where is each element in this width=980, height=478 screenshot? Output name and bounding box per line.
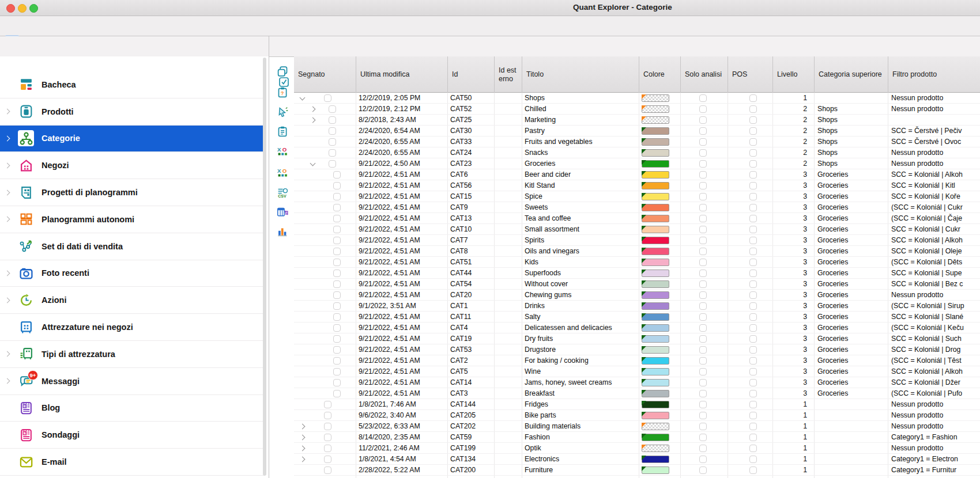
color-swatch[interactable] <box>642 313 669 321</box>
row-checkbox[interactable] <box>333 226 341 233</box>
pos-checkbox[interactable] <box>749 324 757 332</box>
clear-xo-orange-icon[interactable]: XO <box>276 166 289 179</box>
solo-analisi-checkbox[interactable] <box>699 423 707 430</box>
color-swatch[interactable] <box>642 401 669 408</box>
table-row-CAT10[interactable]: 9/21/2022, 4:51 AMCAT10Small assortment3… <box>294 224 980 235</box>
pos-checkbox[interactable] <box>749 379 757 386</box>
table-row-CAT50[interactable]: 12/2/2019, 2:05 PMCAT50Shops1Nessun prod… <box>294 93 980 104</box>
row-checkbox[interactable] <box>333 302 341 310</box>
color-swatch[interactable] <box>642 105 669 113</box>
table-row-CAT205[interactable]: 9/6/2022, 3:40 AMCAT205Bike parts1Nessun… <box>294 410 980 421</box>
pos-checkbox[interactable] <box>749 335 757 343</box>
sidebar-item-categorie[interactable]: Categorie <box>0 126 265 153</box>
row-checkbox[interactable] <box>333 291 341 299</box>
color-swatch[interactable] <box>642 270 669 277</box>
solo-analisi-checkbox[interactable] <box>699 94 707 102</box>
sidebar-item-blog[interactable]: TBlog <box>0 395 265 422</box>
table-row-CAT15[interactable]: 9/21/2022, 4:51 AMCAT15Spice3GroceriesSC… <box>294 191 980 202</box>
clear-xo-red-icon[interactable]: XO <box>276 145 289 157</box>
row-checkbox[interactable] <box>333 346 341 354</box>
color-swatch[interactable] <box>642 127 669 135</box>
solo-analisi-checkbox[interactable] <box>699 237 707 244</box>
solo-analisi-checkbox[interactable] <box>699 357 707 365</box>
row-checkbox[interactable] <box>333 335 341 343</box>
pos-checkbox[interactable] <box>749 390 757 397</box>
row-checkbox[interactable] <box>333 259 341 266</box>
table-row-CAT7[interactable]: 9/21/2022, 4:51 AMCAT7Spirits3GroceriesS… <box>294 235 980 246</box>
table-row-CAT24[interactable]: 2/24/2020, 6:55 AMCAT24Snacks2ShopsNessu… <box>294 147 980 158</box>
solo-analisi-checkbox[interactable] <box>699 193 707 200</box>
column-header-color[interactable]: Colore <box>639 56 680 93</box>
table-sync-icon[interactable] <box>276 206 289 219</box>
color-swatch[interactable] <box>642 280 669 288</box>
pos-checkbox[interactable] <box>749 182 757 189</box>
pos-checkbox[interactable] <box>749 346 757 354</box>
table-row-CAT56[interactable]: 9/21/2022, 4:51 AMCAT56Kitl Stand3Grocer… <box>294 180 980 191</box>
color-swatch[interactable] <box>642 423 669 430</box>
row-checkbox[interactable] <box>333 368 341 375</box>
color-swatch[interactable] <box>642 149 669 157</box>
row-checkbox[interactable] <box>324 445 331 452</box>
sidebar-item-planogrammi-autonomi[interactable]: Planogrammi autonomi <box>0 206 265 233</box>
pos-checkbox[interactable] <box>749 193 757 200</box>
color-swatch[interactable] <box>642 456 669 463</box>
solo-analisi-checkbox[interactable] <box>699 466 707 474</box>
color-swatch[interactable] <box>642 302 669 310</box>
pos-checkbox[interactable] <box>749 357 757 365</box>
solo-analisi-checkbox[interactable] <box>699 390 707 397</box>
pos-checkbox[interactable] <box>749 138 757 146</box>
table-row-CAT9[interactable]: 9/21/2022, 4:51 AMCAT9Sweets3Groceries(S… <box>294 202 980 213</box>
solo-analisi-checkbox[interactable] <box>699 445 707 452</box>
sidebar-item-messaggi[interactable]: 9+Messaggi <box>0 368 265 395</box>
table-row-CAT8[interactable]: 9/21/2022, 4:51 AMCAT8Oils and vinegars3… <box>294 246 980 257</box>
row-checkbox[interactable] <box>333 204 341 211</box>
chevron-right-icon[interactable] <box>5 217 10 222</box>
solo-analisi-checkbox[interactable] <box>699 280 707 288</box>
color-swatch[interactable] <box>642 138 669 146</box>
expand-row-icon[interactable] <box>310 117 316 123</box>
row-checkbox[interactable] <box>333 313 341 321</box>
table-row-CAT202[interactable]: 5/23/2022, 6:33 AMCAT202Building materia… <box>294 421 980 432</box>
table-row-CAT13[interactable]: 9/21/2022, 4:51 AMCAT13Tea and coffee3Gr… <box>294 213 980 224</box>
pos-checkbox[interactable] <box>749 401 757 408</box>
color-swatch[interactable] <box>642 466 669 474</box>
table-row-CAT134[interactable]: 1/8/2021, 4:54 AMCAT134Electronics1Categ… <box>294 454 980 465</box>
solo-analisi-checkbox[interactable] <box>699 379 707 386</box>
color-swatch[interactable] <box>642 357 669 365</box>
column-header-segnato[interactable]: Segnato <box>294 56 356 93</box>
pos-checkbox[interactable] <box>749 434 757 441</box>
sidebar-item-prodotti[interactable]: Prodotti <box>0 98 265 126</box>
solo-analisi-checkbox[interactable] <box>699 313 707 321</box>
pos-checkbox[interactable] <box>749 368 757 375</box>
color-swatch[interactable] <box>642 193 669 200</box>
solo-analisi-checkbox[interactable] <box>699 116 707 124</box>
solo-analisi-checkbox[interactable] <box>699 302 707 310</box>
column-header-solo[interactable]: Solo analisi <box>680 56 728 93</box>
expand-row-icon[interactable] <box>300 457 306 462</box>
table-row-CAT59[interactable]: 8/14/2020, 2:35 AMCAT59Fashion1Category1… <box>294 432 980 443</box>
sidebar-item-tipi-di-attrezzatura[interactable]: Tipi di attrezzatura <box>0 341 265 368</box>
column-header-ext_id[interactable]: Id esterno <box>494 56 522 93</box>
row-checkbox[interactable] <box>333 182 341 189</box>
color-swatch[interactable] <box>642 434 669 441</box>
pointer-icon[interactable] <box>276 106 289 119</box>
row-checkbox[interactable] <box>329 127 336 135</box>
chevron-right-icon[interactable] <box>5 136 10 142</box>
color-swatch[interactable] <box>642 346 669 354</box>
solo-analisi-checkbox[interactable] <box>699 226 707 233</box>
pos-checkbox[interactable] <box>749 248 757 255</box>
column-header-title[interactable]: Titolo <box>522 56 639 93</box>
solo-analisi-checkbox[interactable] <box>699 346 707 354</box>
row-checkbox[interactable] <box>333 248 341 255</box>
pos-checkbox[interactable] <box>749 423 757 430</box>
sidebar-item-e-mail[interactable]: E-mail <box>0 449 265 476</box>
pos-checkbox[interactable] <box>749 204 757 211</box>
row-checkbox[interactable] <box>333 390 341 397</box>
expand-row-icon[interactable] <box>300 424 306 430</box>
chevron-right-icon[interactable] <box>5 189 10 195</box>
zoom-icon[interactable] <box>29 4 38 13</box>
export-csv-icon[interactable]: CSV <box>276 187 289 199</box>
column-header-modified[interactable]: Ultima modifica <box>356 56 447 93</box>
solo-analisi-checkbox[interactable] <box>699 182 707 189</box>
pos-checkbox[interactable] <box>749 94 757 102</box>
